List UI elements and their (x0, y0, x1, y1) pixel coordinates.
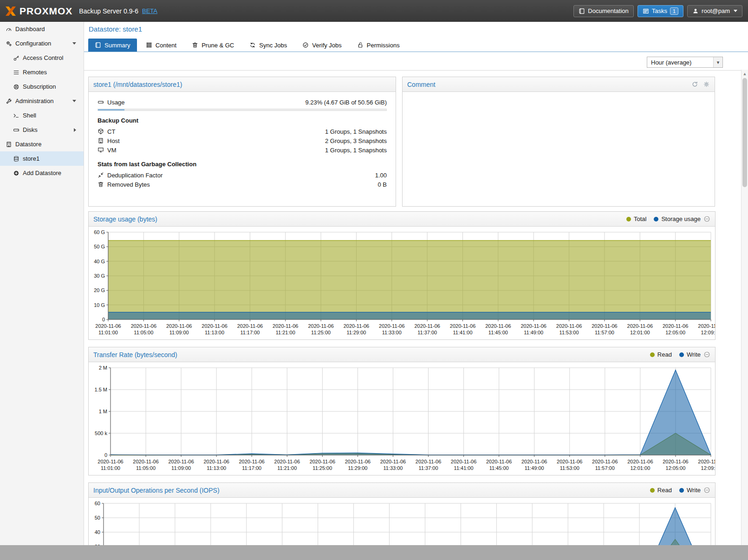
subscription-icon (13, 84, 20, 90)
svg-text:2020-11-06: 2020-11-06 (95, 323, 121, 329)
sidebar-item-access-control[interactable]: Access Control (0, 51, 84, 65)
page-title: Datastore: store1 (89, 25, 142, 33)
grid-icon (146, 42, 152, 48)
svg-text:2020-11-06: 2020-11-06 (450, 323, 475, 329)
legend-dot (679, 352, 684, 357)
sync-icon (249, 42, 256, 48)
building-icon (98, 137, 104, 144)
sidebar-item-store1[interactable]: store1 (0, 151, 84, 166)
legend-item-read[interactable]: Read (650, 487, 672, 494)
svg-text:2020-11-06: 2020-11-06 (168, 459, 194, 464)
legend-label: Read (657, 487, 672, 494)
sidebar-item-subscription[interactable]: Subscription (0, 79, 84, 94)
svg-text:11:17:00: 11:17:00 (240, 330, 260, 335)
sidebar-item-label: Shell (23, 112, 36, 119)
gear-icon[interactable] (703, 81, 710, 88)
tab-content[interactable]: Content (139, 39, 183, 52)
legend-dot (654, 217, 658, 221)
terminal-icon (13, 112, 20, 119)
svg-text:2020-11-06: 2020-11-06 (239, 459, 265, 464)
svg-text:500 k: 500 k (95, 430, 107, 436)
svg-text:11:49:00: 11:49:00 (525, 465, 544, 471)
toolbar: Hour (average) ▾ (84, 52, 748, 71)
tab-sync-jobs[interactable]: Sync Jobs (243, 39, 293, 52)
proxmox-backup-app: PROXMOX Backup Server 0.9-6 BETA Documen… (0, 0, 748, 560)
svg-text:2020-11-06: 2020-11-06 (166, 323, 192, 329)
book-icon (95, 42, 101, 48)
svg-text:12:05:00: 12:05:00 (665, 330, 685, 335)
legend-item-read[interactable]: Read (650, 351, 672, 358)
sidebar-item-label: Administration (15, 98, 53, 104)
plus-circle-icon (13, 170, 20, 176)
legend-item-total[interactable]: Total (626, 215, 646, 222)
sidebar-item-configuration[interactable]: Configuration (0, 36, 84, 51)
tab-label: Sync Jobs (259, 42, 287, 49)
caret-down-icon[interactable] (72, 100, 76, 102)
book-icon (579, 8, 585, 14)
svg-text:11:37:00: 11:37:00 (419, 465, 438, 471)
sidebar-item-label: Add Datastore (23, 169, 61, 176)
svg-text:2020-11-06: 2020-11-06 (627, 323, 653, 329)
svg-text:2020-11-06: 2020-11-06 (237, 323, 263, 329)
storage-usage-chart-panel: Storage usage (bytes) TotalStorage usage… (88, 211, 715, 340)
row-label: VM (107, 147, 117, 154)
svg-text:11:37:00: 11:37:00 (417, 330, 437, 335)
svg-text:2020-11-06: 2020-11-06 (202, 323, 227, 329)
chart-title: Input/Output Operations per Second (IOPS… (93, 487, 220, 494)
legend-item-write[interactable]: Write (679, 487, 701, 494)
caret-right-icon[interactable] (74, 128, 76, 132)
svg-text:40: 40 (95, 529, 100, 535)
sidebar-item-add-datastore[interactable]: Add Datastore (0, 166, 84, 180)
tab-permissions[interactable]: Permissions (351, 39, 406, 52)
sidebar-item-datastore[interactable]: Datastore (0, 137, 84, 151)
vertical-scrollbar[interactable]: ▲ (741, 70, 748, 560)
svg-text:11:33:00: 11:33:00 (383, 465, 403, 471)
minus-circle-icon[interactable] (703, 351, 710, 358)
svg-text:11:53:00: 11:53:00 (559, 330, 579, 335)
svg-text:2020-11-06: 2020-11-06 (521, 459, 547, 464)
row-value: 1.00 (375, 172, 387, 179)
row-value: 1 Groups, 1 Snapshots (325, 128, 387, 135)
sidebar-item-disks[interactable]: Disks (0, 123, 84, 137)
summary-panel-body: Usage 9.23% (4.67 GiB of 50.56 GiB) Back… (89, 92, 396, 189)
timeframe-select[interactable]: Hour (average) ▾ (647, 57, 723, 68)
legend-item-write[interactable]: Write (679, 351, 701, 358)
summary-row: Deduplication Factor1.00 (98, 170, 387, 180)
tab-summary[interactable]: Summary (88, 39, 137, 52)
sidebar-item-shell[interactable]: Shell (0, 108, 84, 123)
hdd-icon (98, 99, 104, 105)
svg-text:2020-11-06: 2020-11-06 (451, 459, 476, 464)
sidebar-item-dashboard[interactable]: Dashboard (0, 22, 84, 36)
svg-text:2020-11-06: 2020-11-06 (131, 323, 156, 329)
sidebar-item-administration[interactable]: Administration (0, 94, 84, 108)
scrollbar-thumb[interactable] (742, 78, 747, 187)
caret-down-icon[interactable] (72, 42, 76, 45)
tab-prune-gc[interactable]: Prune & GC (185, 39, 241, 52)
legend-dot (650, 488, 655, 493)
backup-count-heading: Backup Count (98, 117, 387, 124)
svg-text:2020-11-06: 2020-11-06 (627, 459, 653, 464)
refresh-icon[interactable] (691, 81, 698, 88)
beta-link[interactable]: BETA (142, 7, 157, 14)
usage-progress-fill (98, 109, 124, 111)
sidebar-item-remotes[interactable]: Remotes (0, 65, 84, 79)
documentation-button[interactable]: Documentation (573, 5, 633, 17)
proxmox-logo: PROXMOX (5, 5, 72, 17)
minus-circle-icon[interactable] (703, 215, 710, 222)
legend-item-storage-usage[interactable]: Storage usage (654, 215, 701, 222)
backup-count-rows: CT1 Groups, 1 SnapshotsHost2 Groups, 3 S… (98, 127, 387, 155)
legend-dot (650, 352, 655, 357)
desktop-icon (98, 147, 104, 153)
svg-text:11:17:00: 11:17:00 (242, 465, 261, 471)
sidebar-item-label: Remotes (23, 69, 47, 76)
comment-panel-tools (691, 81, 710, 88)
minus-circle-icon[interactable] (703, 487, 710, 494)
scroll-up-arrow[interactable]: ▲ (741, 71, 748, 77)
usage-progress-bar (98, 109, 387, 111)
tasks-button[interactable]: Tasks 1 (637, 5, 683, 17)
svg-text:2 M: 2 M (99, 365, 107, 371)
tasks-icon (643, 8, 649, 14)
user-menu-button[interactable]: root@pam (687, 5, 742, 17)
usage-label: Usage (107, 99, 125, 106)
tab-verify-jobs[interactable]: Verify Jobs (296, 39, 348, 52)
